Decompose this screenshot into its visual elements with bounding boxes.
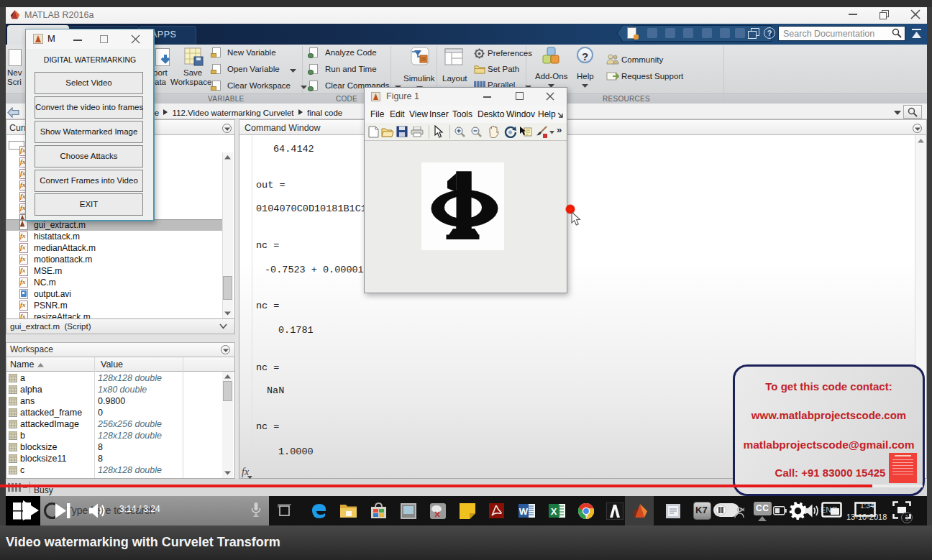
svg-text:W: W <box>519 506 529 517</box>
svg-text:X: X <box>551 506 557 517</box>
